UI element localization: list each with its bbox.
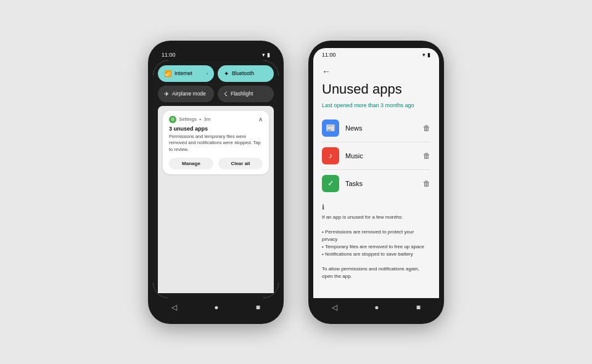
- status-bar-2: 11:00 ▾ ▮: [313, 48, 439, 60]
- quick-settings-panel: 📶 Internet › ✦ Bluetooth ✈ Airplane mode…: [153, 60, 279, 298]
- back-nav-1[interactable]: ◁: [171, 303, 177, 312]
- flashlight-icon: ☇: [224, 91, 228, 97]
- tasks-icon: ✓: [327, 179, 334, 188]
- status-icons-2: ▾ ▮: [422, 52, 430, 58]
- manage-button[interactable]: Manage: [169, 158, 213, 169]
- tasks-icon-box: ✓: [322, 175, 339, 192]
- wifi-tile-icon: 📶: [164, 70, 171, 77]
- tasks-name: Tasks: [345, 180, 423, 187]
- app-item-tasks[interactable]: ✓ Tasks 🗑: [322, 170, 430, 197]
- info-icon: ℹ: [322, 203, 430, 211]
- airplane-icon: ✈: [164, 91, 169, 97]
- info-text: If an app is unused for a few months: • …: [322, 214, 430, 280]
- app-item-news[interactable]: 📰 News 🗑: [322, 115, 430, 142]
- notif-app-name: Settings • 3m: [179, 116, 211, 122]
- time-2: 11:00: [322, 52, 336, 58]
- bluetooth-label: Bluetooth: [232, 70, 254, 76]
- notification-card[interactable]: ⚙ Settings • 3m ∧ 3 unused apps Permissi…: [163, 111, 269, 175]
- subtitle: Last opened more than 3 months ago: [322, 102, 430, 108]
- screen-content: ← Unused apps Last opened more than 3 mo…: [313, 60, 439, 298]
- home-nav-1[interactable]: ●: [214, 303, 218, 312]
- news-name: News: [345, 124, 423, 132]
- back-nav-2[interactable]: ◁: [332, 303, 337, 312]
- wifi-icon-2: ▾: [422, 52, 426, 58]
- airplane-tile[interactable]: ✈ Airplane mode: [158, 86, 214, 102]
- notif-title: 3 unused apps: [169, 126, 263, 132]
- music-icon: ♪: [329, 151, 333, 160]
- internet-label: Internet: [175, 70, 192, 76]
- news-icon: 📰: [326, 123, 335, 132]
- tasks-delete-icon[interactable]: 🗑: [423, 179, 430, 188]
- time-1: 11:00: [162, 52, 176, 58]
- qs-row-2: ✈ Airplane mode ☇ Flashlight: [158, 86, 274, 102]
- airplane-label: Airplane mode: [172, 91, 206, 97]
- back-button[interactable]: ←: [322, 67, 430, 76]
- music-icon-box: ♪: [322, 147, 339, 164]
- page-title: Unused apps: [322, 81, 430, 97]
- nav-bar-1: ◁ ● ■: [153, 298, 279, 317]
- status-icons-1: ▾ ▮: [262, 52, 270, 58]
- settings-icon: ⚙: [169, 116, 176, 123]
- notif-body: Permissions and temporary files were rem…: [169, 134, 263, 153]
- app-item-music[interactable]: ♪ Music 🗑: [322, 142, 430, 170]
- qs-row-1: 📶 Internet › ✦ Bluetooth: [158, 65, 274, 82]
- music-delete-icon[interactable]: 🗑: [423, 152, 430, 160]
- recent-nav-1[interactable]: ■: [256, 303, 260, 312]
- flashlight-tile[interactable]: ☇ Flashlight: [218, 86, 274, 102]
- notif-actions: Manage Clear all: [169, 158, 263, 169]
- phone-1: 11:00 ▾ ▮ 📶 Internet › ✦ Bluetooth: [148, 41, 284, 324]
- news-delete-icon[interactable]: 🗑: [423, 124, 430, 132]
- news-icon-box: 📰: [322, 119, 339, 137]
- notif-chevron[interactable]: ∧: [258, 116, 263, 123]
- nav-bar-2: ◁ ● ■: [313, 298, 439, 317]
- bluetooth-icon: ✦: [224, 70, 229, 77]
- clear-all-button[interactable]: Clear all: [218, 158, 263, 169]
- status-bar-1: 11:00 ▾ ▮: [153, 48, 279, 60]
- notification-area: ⚙ Settings • 3m ∧ 3 unused apps Permissi…: [158, 106, 274, 293]
- info-section: ℹ If an app is unused for a few months: …: [322, 203, 430, 280]
- unused-apps-screen: ← Unused apps Last opened more than 3 mo…: [313, 60, 439, 298]
- bluetooth-tile[interactable]: ✦ Bluetooth: [218, 65, 274, 82]
- phone-screen-1: 📶 Internet › ✦ Bluetooth ✈ Airplane mode…: [153, 60, 279, 298]
- phone-2: 11:00 ▾ ▮ ← Unused apps Last opened more…: [308, 41, 444, 324]
- internet-tile[interactable]: 📶 Internet ›: [158, 65, 214, 82]
- battery-icon: ▮: [267, 52, 270, 58]
- music-name: Music: [345, 152, 423, 160]
- recent-nav-2[interactable]: ■: [416, 303, 421, 312]
- internet-arrow: ›: [207, 71, 208, 76]
- battery-icon-2: ▮: [427, 52, 430, 58]
- flashlight-label: Flashlight: [231, 91, 253, 97]
- app-list: 📰 News 🗑 ♪ Music 🗑 ✓: [322, 115, 430, 197]
- notif-header: ⚙ Settings • 3m ∧: [169, 116, 263, 123]
- wifi-icon: ▾: [262, 52, 265, 58]
- notif-app-row: ⚙ Settings • 3m: [169, 116, 211, 123]
- home-nav-2[interactable]: ●: [374, 303, 379, 312]
